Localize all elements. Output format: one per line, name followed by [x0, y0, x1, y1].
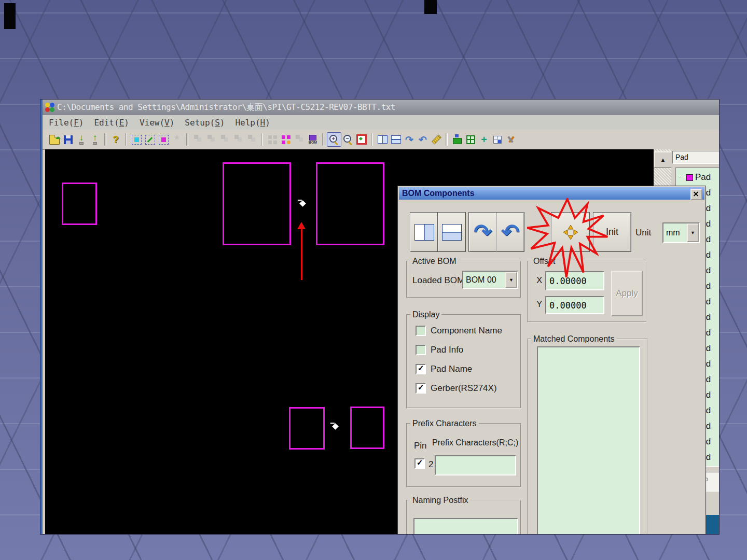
checkbox[interactable] [416, 364, 426, 374]
unit-combo[interactable]: mm ▼ [662, 222, 700, 243]
save-icon[interactable] [61, 133, 75, 146]
help-icon[interactable]: ? [109, 133, 122, 146]
rotate-ccw-button[interactable]: ↶ [496, 212, 524, 252]
apply-button-label: Apply [616, 288, 638, 299]
toolbar-separator [322, 133, 324, 146]
export-icon[interactable]: ↑ [88, 133, 102, 146]
offset-y-label: Y [536, 299, 542, 310]
toolbar-separator [371, 133, 373, 146]
split-vertical-icon[interactable] [376, 133, 389, 146]
offset-x-label: X [536, 275, 542, 286]
unit-label: Unit [635, 228, 651, 238]
unit-value: mm [663, 228, 687, 237]
chevron-down-icon[interactable]: ▼ [687, 223, 699, 242]
scroll-up-button[interactable]: ▲ [654, 151, 672, 168]
toolbar-separator [261, 133, 263, 146]
select-pad-cyan-icon[interactable] [130, 133, 143, 146]
app-window: C:\Documents and Settings\Administrator\… [40, 100, 719, 534]
rotate-ccw-icon: ↶ [501, 221, 519, 243]
pad-tool-4-icon [231, 133, 245, 146]
component-view-icon[interactable] [279, 133, 293, 146]
draw-line-icon[interactable] [143, 133, 157, 146]
slide-background: C:\Documents and Settings\Administrator\… [0, 0, 747, 560]
checkbox-label: Component Name [431, 326, 502, 336]
display-option-pad-name: Pad Name [416, 364, 472, 374]
close-icon[interactable] [690, 189, 702, 200]
checkbox-label: Gerber(RS274X) [431, 383, 497, 394]
offset-x-field[interactable]: 0.00000 [545, 271, 604, 290]
split-horizontal-button[interactable] [437, 212, 466, 252]
init-button[interactable]: Init [593, 212, 631, 252]
pin-label: Pin [414, 441, 427, 451]
split-vertical-button[interactable] [410, 212, 438, 252]
title-bar[interactable]: C:\Documents and Settings\Administrator\… [43, 100, 719, 115]
move-button[interactable] [551, 212, 590, 252]
open-file-icon[interactable] [48, 133, 61, 146]
tree-branch-dots [679, 177, 685, 178]
prefix-characters-group: Prefix Characters Pin Prefix Characters(… [406, 423, 521, 487]
dialog-title-bar[interactable]: BOM Components [399, 187, 704, 200]
pad-tool-5-icon [245, 133, 258, 146]
select-pad-magenta-icon[interactable] [157, 133, 170, 146]
checkbox[interactable] [416, 345, 426, 355]
board-icon[interactable] [450, 133, 464, 146]
toolbar-separator [186, 133, 188, 146]
init-button-label: Init [606, 227, 618, 237]
cursor-marker-icon [299, 200, 306, 207]
zoom-out-icon[interactable]: − [341, 133, 355, 146]
import-icon[interactable]: ↓ [75, 133, 88, 146]
toolbar-separator [446, 133, 448, 146]
pad-tool-2-icon [204, 133, 218, 146]
gerber-pad-outline [223, 162, 291, 245]
display-group-label: Display [410, 310, 441, 319]
grid-icon[interactable] [464, 133, 477, 146]
pin-count-label: 2 [428, 459, 433, 470]
loaded-bom-combo[interactable]: BOM 00 ▼ [462, 271, 518, 289]
matched-components-label: Matched Components [531, 334, 617, 344]
chevron-down-icon[interactable]: ▼ [505, 272, 517, 288]
slide-decoration [424, 0, 437, 14]
split-horizontal-icon[interactable] [389, 133, 403, 146]
rotate-cw-icon: ↷ [474, 221, 492, 243]
apply-button[interactable]: Apply [611, 271, 643, 316]
origin-cross-icon[interactable]: + [477, 133, 491, 146]
measure-icon[interactable] [430, 133, 443, 146]
naming-postfix-group: Naming Postfix [406, 500, 521, 534]
component-tool-icon [293, 133, 306, 146]
active-bom-group: Active BOM Loaded BOM BOM 00 ▼ [406, 261, 521, 298]
prefix-group-label: Prefix Characters [410, 419, 479, 428]
menu-e[interactable]: Edit(E) [94, 118, 129, 128]
rotate-cw-icon[interactable]: ↷ [403, 133, 416, 146]
loaded-bom-value: BOM 00 [463, 275, 505, 285]
menu-f[interactable]: File(F) [49, 118, 84, 128]
zoom-fit-icon[interactable] [355, 133, 368, 146]
split-vertical-icon [414, 224, 434, 241]
zoom-in-icon[interactable]: + [327, 132, 341, 147]
table-icon[interactable] [491, 133, 504, 146]
menu-v[interactable]: View(V) [140, 118, 174, 128]
pad-tool-3-icon [218, 133, 231, 146]
rotate-ccw-icon[interactable]: ↶ [416, 133, 430, 146]
checkbox[interactable] [416, 383, 426, 394]
pad-panel-header[interactable]: Pad [672, 151, 719, 164]
offset-y-field[interactable]: 0.00000 [545, 296, 604, 314]
menu-h[interactable]: Help(H) [235, 118, 270, 128]
checkbox[interactable] [416, 326, 426, 336]
pad-color-icon [686, 174, 693, 181]
pad-item-label: Pad [695, 172, 711, 183]
matched-components-list[interactable] [537, 346, 640, 534]
prefix-characters-field[interactable] [435, 455, 516, 475]
pad-tree-item[interactable]: Pad [676, 171, 719, 184]
gerber-pad-outline [316, 162, 384, 245]
menu-s[interactable]: Setup(S) [185, 118, 225, 128]
display-option-gerber-rs274x-: Gerber(RS274X) [416, 383, 497, 394]
pad-tool-1-icon [191, 133, 204, 146]
bom-icon[interactable]: BOM [306, 133, 320, 146]
gerber-pad-outline [350, 407, 384, 449]
settings-tools-icon[interactable] [504, 133, 518, 146]
rotate-cw-button[interactable]: ↷ [468, 212, 497, 252]
pin-checkbox[interactable] [414, 458, 425, 469]
naming-postfix-field[interactable] [413, 518, 518, 534]
app-icon [45, 102, 55, 113]
bom-components-dialog: BOM Components ↷ ↶ Init [397, 186, 706, 534]
